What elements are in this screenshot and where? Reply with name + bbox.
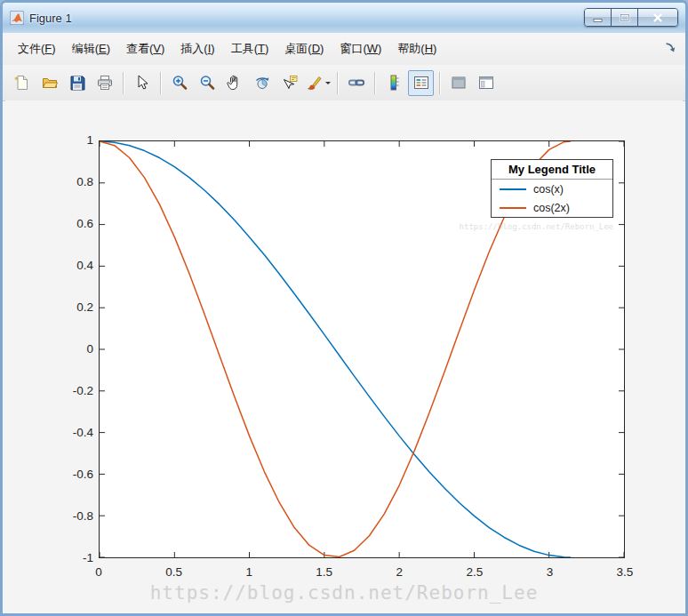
menu-item-desktop[interactable]: 桌面(D) (276, 36, 332, 61)
rotate-3d-icon (253, 74, 271, 92)
menu-bar: 文件(F)编辑(E)查看(V)插入(I)工具(T)桌面(D)窗口(W)帮助(H) (3, 33, 685, 66)
window-controls (584, 8, 678, 27)
toolbar-separator (439, 72, 440, 94)
legend-line-sample (500, 188, 526, 190)
brush-icon (305, 74, 323, 92)
close-button[interactable] (638, 9, 677, 26)
colorbar-icon (385, 74, 403, 92)
x-tick-label: 2.5 (466, 564, 483, 580)
y-tick-label: -0.8 (45, 508, 93, 524)
legend-title: My Legend Title (492, 160, 612, 180)
y-tick-label: -0.6 (45, 467, 93, 483)
minimize-icon (593, 12, 604, 23)
print-figure-button[interactable] (92, 70, 117, 96)
maximize-icon (620, 12, 630, 23)
show-plot-tools-icon (477, 74, 495, 92)
legend-entry-label: cos(x) (533, 183, 564, 196)
zoom-in-icon (171, 74, 188, 92)
legend-entry-label: cos(2x) (533, 202, 570, 214)
x-tick-label: 0 (95, 564, 102, 580)
x-tick-label: 1.5 (316, 564, 332, 580)
insert-colorbar-button[interactable] (380, 70, 406, 96)
x-tick-label: 2 (396, 564, 404, 580)
zoom-in-button[interactable] (166, 70, 192, 96)
link-plot-button[interactable] (343, 70, 369, 96)
y-tick-label: 1 (45, 132, 93, 148)
figure-canvas: 00.511.522.533.5-1-0.8-0.6-0.4-0.200.20.… (5, 100, 683, 613)
link-plot-icon (348, 74, 365, 92)
pan-button[interactable] (221, 70, 247, 96)
rotate-3d-button[interactable] (249, 70, 275, 96)
zoom-out-button[interactable] (194, 70, 220, 96)
menu-item-file[interactable]: 文件(F) (10, 36, 64, 61)
zoom-out-icon (198, 74, 216, 92)
legend[interactable]: My Legend Title cos(x)cos(2x) (491, 159, 613, 218)
data-cursor-button[interactable] (276, 70, 302, 96)
brush-data-button[interactable] (304, 70, 332, 96)
dropdown-caret-icon[interactable] (325, 82, 331, 87)
print-icon (96, 74, 114, 92)
cursor-arrow-icon (133, 74, 151, 92)
close-icon (652, 12, 664, 23)
x-tick-label: 3 (547, 564, 554, 580)
toolbar (3, 65, 685, 101)
maximize-button[interactable] (612, 9, 638, 26)
y-tick-label: -1 (45, 550, 93, 566)
insert-legend-button[interactable] (408, 70, 434, 96)
toolbar-separator (123, 72, 124, 94)
toolbar-separator (337, 72, 338, 94)
legend-entry-1[interactable]: cos(2x) (492, 198, 612, 217)
matlab-logo-icon (10, 11, 24, 25)
save-figure-button[interactable] (64, 70, 90, 96)
minimize-button[interactable] (585, 9, 612, 26)
legend-entries: cos(x)cos(2x) (492, 180, 612, 217)
y-tick-label: 0.8 (45, 174, 93, 190)
show-plot-tools-button[interactable] (473, 70, 499, 96)
title-bar[interactable]: Figure 1 (3, 3, 685, 34)
menu-item-edit[interactable]: 编辑(E) (64, 36, 118, 61)
y-tick-label: 0 (45, 341, 93, 357)
edit-plot-button[interactable] (129, 70, 155, 96)
menu-items: 文件(F)编辑(E)查看(V)插入(I)工具(T)桌面(D)窗口(W)帮助(H) (10, 36, 444, 61)
legend-line-sample (500, 207, 526, 209)
save-icon (68, 74, 86, 92)
menu-item-tools[interactable]: 工具(T) (223, 36, 277, 61)
toolbar-separator (374, 72, 375, 94)
x-tick-label: 1 (245, 564, 252, 580)
x-tick-label: 0.5 (165, 564, 182, 580)
toolbar-separator (160, 72, 161, 94)
legend-icon (412, 74, 430, 92)
y-tick-label: 0.4 (45, 258, 93, 274)
open-file-button[interactable] (36, 70, 62, 96)
data-cursor-icon (281, 74, 299, 92)
hide-plot-tools-button[interactable] (445, 70, 471, 96)
menu-item-help[interactable]: 帮助(H) (389, 36, 444, 61)
menu-item-view[interactable]: 查看(V) (118, 36, 172, 61)
new-figure-button[interactable] (9, 70, 35, 96)
y-tick-label: -0.2 (45, 383, 93, 399)
legend-entry-0[interactable]: cos(x) (492, 180, 612, 198)
watermark-text: https://blog.csdn.net/Reborn_Lee (5, 582, 683, 604)
hide-plot-tools-icon (450, 74, 468, 92)
figure-window: Figure 1 文件(F)编辑(E)查看(V)插入(I)工具(T)桌面(D)窗… (0, 0, 688, 616)
y-tick-label: 0.2 (45, 300, 93, 316)
pan-hand-icon (226, 74, 244, 92)
menu-item-window[interactable]: 窗口(W) (332, 36, 389, 61)
dock-figure-icon[interactable] (664, 42, 676, 54)
open-folder-icon (41, 74, 59, 92)
window-title: Figure 1 (29, 12, 72, 25)
y-tick-label: 0.6 (45, 216, 93, 232)
new-document-icon (13, 74, 31, 92)
y-tick-label: -0.4 (45, 425, 93, 441)
menu-item-insert[interactable]: 插入(I) (172, 36, 222, 61)
x-tick-label: 3.5 (617, 564, 634, 580)
